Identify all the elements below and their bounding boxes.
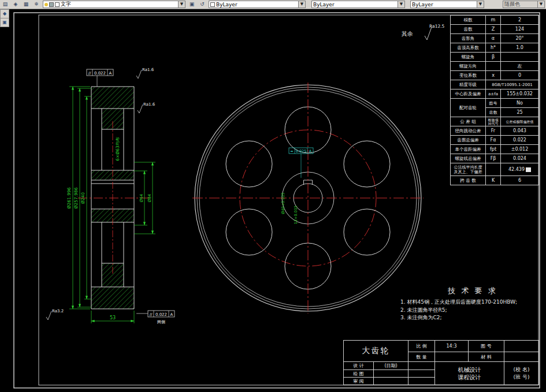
tol-value: 0.022: [155, 312, 167, 317]
table-row: 设 计 (日期) 机械设计 课程设计 (校 名) (班 号): [344, 362, 539, 370]
chevron-down-icon[interactable]: ▼: [178, 1, 185, 8]
dim-width-label: 53: [110, 315, 116, 320]
scale-label: 比 例: [408, 341, 435, 352]
plot-style-value: 随颜色: [504, 1, 520, 8]
bore-dim-label: Ø40+0.025: [281, 192, 285, 214]
technical-requirements: 技 术 要 求 1. 材料45钢，正火处理后齿面硬度170-210HBW; 2.…: [400, 286, 545, 322]
layer-states-icon[interactable]: ▦: [21, 0, 31, 9]
table-row: 公 差 组检验项目代号公差或极限偏差值: [451, 117, 539, 126]
linetype-control-value: ByLayer: [313, 2, 335, 8]
highlight-box: [526, 167, 531, 172]
layer-previous-icon[interactable]: ↺: [198, 0, 207, 9]
both-sides-note: 两侧: [157, 320, 165, 324]
lineweight-control-value: ByLayer: [412, 2, 433, 8]
table-row: 模数m2: [451, 16, 539, 25]
rest-surface-note: 其余 Ra12.5: [402, 24, 445, 40]
ra-mid-label: Ra1.6: [143, 102, 155, 107]
table-row: 齿廓总偏差Fα0.022: [451, 136, 539, 145]
tol-datum: A: [109, 71, 112, 76]
table-row: 齿顶高系数h*1.0: [451, 43, 539, 53]
table-row: 齿数Z124: [451, 25, 539, 34]
tech-req-line: 1. 材料45钢，正火处理后齿面硬度170-210HBW;: [400, 298, 545, 307]
gear-front-view: [192, 83, 424, 313]
sym-value: 0.025: [296, 149, 307, 154]
gear-parameter-table: 模数m2 齿数Z124 齿形角α20° 齿顶高系数h*1.0 螺旋角β 螺旋方向…: [450, 15, 539, 185]
chevron-down-icon[interactable]: ▼: [398, 1, 404, 8]
tol-datum: A: [170, 312, 173, 317]
scale-value: 14:3: [435, 341, 469, 352]
table-row: 变位系数x0: [451, 71, 539, 80]
layer-control-combo[interactable]: 文字 ▼: [43, 1, 185, 8]
linetype-control-combo[interactable]: ByLayer ▼: [311, 1, 405, 8]
layer-on-icon: [44, 3, 48, 6]
color-control-combo[interactable]: ByLayer ▼: [209, 1, 306, 8]
table-row: 大齿轮 比 例 14:3 图 号: [344, 341, 539, 352]
sym-symbol: =: [290, 149, 293, 154]
part-name: 大齿轮: [344, 341, 408, 362]
plot-style-combo[interactable]: 随颜色 ▼: [503, 1, 545, 8]
tech-req-line: 2. 未注圆角半径R5;: [400, 307, 545, 315]
table-row: 径向跳动公差Fr0.043: [451, 126, 539, 136]
school-name: (校 名) (班 号): [504, 362, 539, 385]
draw-label: 绘 图: [344, 370, 374, 378]
symmetry-frame: = 0.025 A: [289, 148, 313, 178]
wk-value: 42.439: [508, 167, 525, 172]
layers-icon[interactable]: ▤: [1, 0, 10, 9]
chevron-down-icon[interactable]: ▼: [537, 1, 544, 8]
layer-properties-icon[interactable]: ◈: [11, 0, 20, 9]
cad-application-window: ▤ ◈ ▦ ❄ 文字 ▼ ▣ ↺ ByLayer ▼ ByLayer ▼ ByL…: [0, 0, 546, 392]
color-control-value: ByLayer: [216, 2, 237, 8]
table-row: 中心距及偏差a±fa155±0.032: [451, 89, 539, 99]
table-row: 螺旋方向左: [451, 62, 539, 71]
modify-tool-icon[interactable]: ▣: [0, 18, 9, 27]
object-properties-toolbar: ▤ ◈ ▦ ❄ 文字 ▼ ▣ ↺ ByLayer ▼ ByLayer ▼ ByL…: [0, 0, 546, 9]
chevron-down-icon[interactable]: ▼: [298, 1, 305, 8]
dim-od3-label: Ø240: [80, 192, 86, 204]
sym-datum: A: [309, 149, 312, 154]
tol-symbol: //: [150, 312, 153, 317]
table-row: 公法线平均长度 及其上、下偏差42.439: [451, 163, 539, 176]
material-label: 材 料: [469, 352, 504, 362]
chevron-down-icon[interactable]: ▼: [477, 1, 484, 8]
parallelism-frame-top: // 0.022 A: [87, 69, 113, 87]
rest-label: 其余: [402, 31, 413, 37]
tech-req-title: 技 术 要 求: [400, 286, 545, 296]
tol-value: 0.022: [94, 71, 106, 76]
table-row: 精度等级8GB/T10095.1-2001: [451, 80, 539, 89]
dim-od2-label: Ø257.986: [73, 187, 79, 208]
parallelism-frame-bottom: // 0.022 A 两侧: [136, 311, 174, 324]
title-block: 大齿轮 比 例 14:3 图 号 数 量 材 料 设 计 (日期) 机械设计 课…: [343, 340, 539, 385]
rest-ra-label: Ra12.5: [429, 24, 445, 29]
ra-bottom-label: Ra3.2: [52, 309, 64, 313]
layer-lock-icon: [49, 2, 54, 7]
check-label: 审 阅: [344, 378, 374, 385]
layer-freeze-icon[interactable]: ❄: [32, 0, 41, 9]
bylayer-color-swatch: [210, 2, 215, 7]
table-row: 配对齿轮图号No: [451, 99, 539, 108]
dim-hub-inner-label: Ø64: [139, 193, 144, 202]
dim-hub-outer-label: Ø84: [147, 193, 152, 202]
holes-note-label: 6×Ø63均布: [115, 137, 120, 161]
date-note: (日期): [374, 362, 408, 370]
drawing-no-label: 图 号: [469, 341, 504, 352]
course-name: 机械设计 课程设计: [435, 362, 504, 385]
gear-side-view: [78, 87, 149, 309]
lineweight-control-combo[interactable]: ByLayer ▼: [410, 1, 484, 8]
dim-od1-label: Ø261.996: [66, 187, 72, 208]
ra-top-label: Ra1.6: [142, 68, 154, 72]
layer-color-swatch: [55, 2, 60, 7]
tech-req-line: 3. 未注倒角为C2;: [400, 314, 545, 322]
table-row: 螺旋角β: [451, 53, 539, 62]
table-row: 齿形角α20°: [451, 34, 539, 43]
table-row: 螺旋线总偏差Fβ0.024: [451, 154, 539, 163]
make-layer-current-icon[interactable]: ▣: [187, 0, 196, 9]
qty-label: 数 量: [408, 352, 435, 362]
design-label: 设 计: [344, 362, 374, 370]
key-dim-label: 12+0.015: [294, 206, 298, 224]
tol-symbol: //: [88, 71, 91, 76]
current-layer-name: 文字: [61, 1, 71, 8]
table-row: 跨 齿 数K6: [451, 176, 539, 185]
draw-tool-icon[interactable]: ◆: [0, 9, 9, 18]
roughness-check-icon: [425, 27, 432, 40]
table-row: 单个齿距偏差fpt±0.012: [451, 145, 539, 154]
